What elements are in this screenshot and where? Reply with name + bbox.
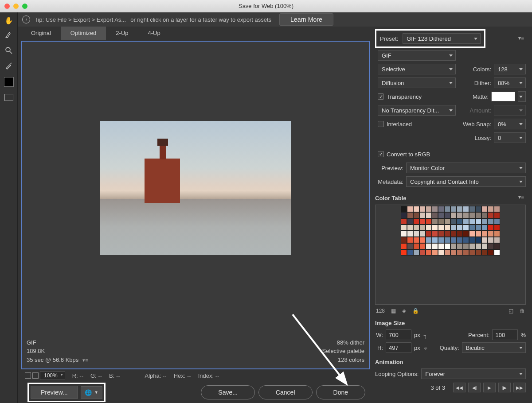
- loop-label: Looping Options:: [375, 371, 419, 377]
- info-format: GIF: [27, 338, 88, 347]
- transparency-dither-select[interactable]: No Transparency Dit...: [378, 105, 456, 116]
- preview-canvas: [22, 42, 369, 335]
- srgb-checkbox[interactable]: [378, 151, 384, 157]
- dither-value-select[interactable]: 88%: [494, 78, 526, 88]
- lossy-select[interactable]: 0: [494, 132, 526, 143]
- play-button[interactable]: ▶: [483, 383, 496, 392]
- preview-label: Preview:: [375, 165, 403, 171]
- matte-color[interactable]: [491, 92, 515, 101]
- learn-more-button[interactable]: Learn More: [279, 13, 333, 26]
- first-frame-button[interactable]: ◀◀: [453, 383, 466, 392]
- width-input[interactable]: [386, 329, 411, 340]
- tab-2up[interactable]: 2-Up: [106, 27, 138, 40]
- interlaced-checkbox[interactable]: [378, 121, 384, 127]
- color-table-menu-icon[interactable]: ▾≡: [516, 192, 526, 202]
- ct-trash-icon[interactable]: 🗑: [520, 308, 525, 314]
- preview-button[interactable]: Preview...: [31, 386, 78, 399]
- bottom-bar: Preview... 🌐 ▼ Save... Cancel Done: [21, 382, 372, 403]
- color-table[interactable]: [375, 205, 526, 305]
- status-bar: 100% R: -- G: -- B: -- Alpha: -- Hex: --…: [21, 369, 372, 382]
- preview-area[interactable]: GIF 189.8K 35 sec @ 56.6 Kbps ▾≡ 88% dit…: [21, 41, 370, 369]
- status-g: G: --: [90, 372, 102, 379]
- last-frame-button[interactable]: ▶▶: [513, 383, 526, 392]
- pct-label: %: [520, 332, 526, 338]
- tip-bar: i Tip: Use File > Export > Export As... …: [18, 12, 532, 27]
- svg-point-0: [6, 47, 10, 52]
- transparency-label: Transparency: [387, 93, 422, 100]
- info-dither: 88% dither: [322, 338, 364, 347]
- w-label: W:: [375, 332, 383, 338]
- preview-select[interactable]: Monitor Color: [406, 163, 526, 173]
- metadata-label: Metadata:: [375, 178, 403, 185]
- info-size: 189.8K: [27, 347, 88, 356]
- px-label-h: px: [414, 345, 420, 351]
- transparency-checkbox[interactable]: [378, 93, 384, 100]
- ct-new-icon[interactable]: ◰: [509, 308, 513, 314]
- colors-select[interactable]: 128: [494, 64, 526, 74]
- info-palette: Selective palette: [322, 347, 364, 356]
- preset-highlight: Preset: GIF 128 Dithered: [375, 29, 485, 48]
- preview-image: [100, 121, 291, 255]
- tab-optimized[interactable]: Optimized: [61, 27, 106, 40]
- websnap-select[interactable]: 0%: [494, 119, 526, 129]
- cancel-button[interactable]: Cancel: [258, 385, 313, 399]
- amount-select: [494, 105, 526, 116]
- info-time: 35 sec @ 56.6 Kbps: [27, 356, 78, 363]
- link-icon[interactable]: ⟐: [424, 345, 427, 351]
- matte-dropdown[interactable]: [518, 91, 526, 102]
- quality-label: Quality:: [440, 345, 459, 351]
- height-input[interactable]: [386, 342, 411, 353]
- preview-info: GIF 189.8K 35 sec @ 56.6 Kbps ▾≡ 88% dit…: [22, 335, 369, 369]
- tip-text-suffix: or right click on a layer for a faster w…: [130, 16, 271, 23]
- tip-text-prefix: Tip: Use File > Export > Export As...: [35, 16, 126, 23]
- save-button[interactable]: Save...: [201, 385, 255, 399]
- preset-select[interactable]: GIF 128 Dithered: [403, 33, 481, 44]
- metadata-select[interactable]: Copyright and Contact Info: [406, 176, 526, 187]
- info-colors: 128 colors: [322, 356, 364, 364]
- amount-label: Amount:: [470, 107, 491, 114]
- ct-snap-icon[interactable]: ▦: [391, 308, 396, 314]
- ct-lock-icon[interactable]: 🔒: [412, 308, 419, 314]
- prev-frame-button[interactable]: ◀|: [468, 383, 481, 392]
- window-titlebar: Save for Web (100%): [0, 0, 532, 12]
- quality-select[interactable]: Bicubic: [462, 342, 526, 353]
- minus-icon[interactable]: [25, 372, 31, 379]
- status-r: R: --: [72, 372, 83, 379]
- preset-label: Preset:: [380, 35, 398, 42]
- color-table-title: Color Table: [375, 195, 407, 202]
- eyedropper-color-swatch[interactable]: [4, 77, 14, 87]
- eyedropper-tool-icon[interactable]: [4, 60, 14, 71]
- svg-line-1: [10, 51, 12, 54]
- format-select[interactable]: GIF: [378, 50, 456, 61]
- color-table-toolbar: 128 ▦ ◈ 🔒 ◰ 🗑: [375, 306, 526, 316]
- panel-menu-icon[interactable]: ▾≡: [516, 33, 526, 43]
- color-reduction-select[interactable]: Selective: [378, 64, 456, 74]
- hand-tool-icon[interactable]: ✋: [4, 15, 14, 26]
- zoom-tool-icon[interactable]: [4, 45, 14, 56]
- done-button[interactable]: Done: [316, 385, 365, 399]
- image-size-title: Image Size: [375, 320, 526, 326]
- matte-label: Matte:: [473, 93, 489, 100]
- slice-tool-icon[interactable]: [4, 30, 14, 41]
- status-index: Index: --: [198, 372, 219, 379]
- browser-select[interactable]: 🌐 ▼: [81, 386, 102, 399]
- loop-select[interactable]: Forever: [421, 368, 526, 379]
- tool-strip: ✋: [0, 12, 18, 403]
- ct-count: 128: [376, 308, 385, 314]
- plus-icon[interactable]: [32, 372, 39, 379]
- tab-original[interactable]: Original: [21, 27, 61, 40]
- window-title: Save for Web (100%): [0, 3, 532, 9]
- tab-4up[interactable]: 4-Up: [138, 27, 170, 40]
- next-frame-button[interactable]: |▶: [498, 383, 511, 392]
- h-label: H:: [375, 345, 383, 351]
- dither-method-select[interactable]: Diffusion: [378, 78, 456, 88]
- globe-icon: 🌐: [85, 389, 92, 396]
- interlaced-label: Interlaced: [387, 121, 412, 128]
- optimize-menu-icon[interactable]: ▾≡: [81, 357, 88, 363]
- ct-cube-icon[interactable]: ◈: [402, 308, 406, 314]
- status-alpha: Alpha: --: [145, 372, 167, 379]
- status-hex: Hex: --: [174, 372, 191, 379]
- zoom-select[interactable]: 100%: [40, 371, 65, 380]
- toggle-slices-icon[interactable]: [4, 94, 13, 101]
- percent-input[interactable]: [492, 329, 518, 340]
